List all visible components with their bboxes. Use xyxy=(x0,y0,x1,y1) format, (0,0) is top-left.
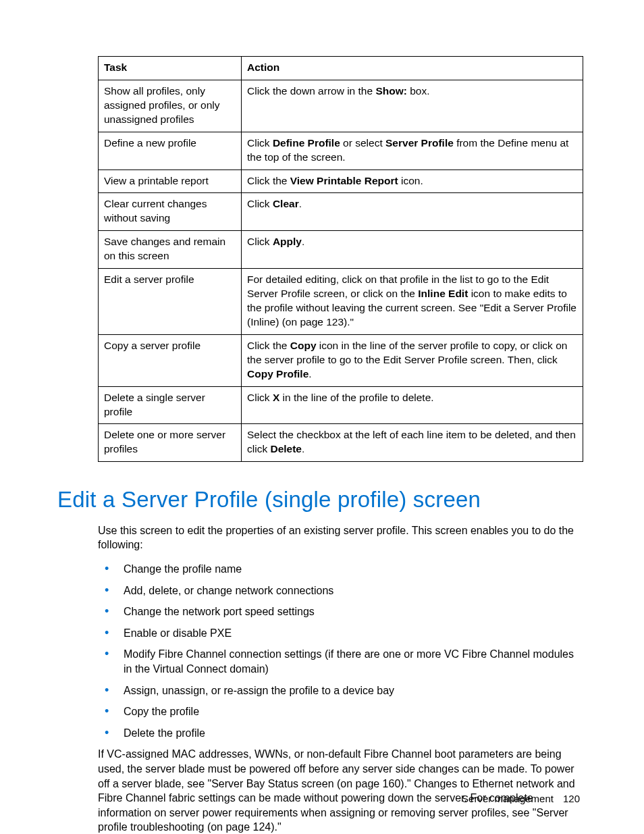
task-cell: Copy a server profile xyxy=(99,334,242,386)
task-action-table: Task Action Show all profiles, only assi… xyxy=(98,56,583,462)
action-cell: Select the checkbox at the left of each … xyxy=(242,424,583,462)
table-row: Copy a server profile Click the Copy ico… xyxy=(99,334,583,386)
task-cell: Edit a server profile xyxy=(99,269,242,335)
task-cell: Delete one or more server profiles xyxy=(99,424,242,462)
table-row: Delete one or more server profiles Selec… xyxy=(99,424,583,462)
action-cell: Click Apply. xyxy=(242,231,583,269)
action-cell: For detailed editing, click on that prof… xyxy=(242,269,583,335)
table-row: Show all profiles, only assigned profile… xyxy=(99,80,583,132)
table-row: Edit a server profile For detailed editi… xyxy=(99,269,583,335)
list-item: Delete the profile xyxy=(98,726,583,741)
list-item: Copy the profile xyxy=(98,704,583,719)
list-item: Enable or disable PXE xyxy=(98,626,583,641)
action-cell: Click the down arrow in the Show: box. xyxy=(242,80,583,132)
action-cell: Click Clear. xyxy=(242,193,583,231)
task-cell: Clear current changes without saving xyxy=(99,193,242,231)
action-cell: Click Define Profile or select Server Pr… xyxy=(242,132,583,170)
task-cell: View a printable report xyxy=(99,170,242,193)
action-cell: Click X in the line of the profile to de… xyxy=(242,386,583,424)
list-item: Add, delete, or change network connectio… xyxy=(98,583,583,598)
task-cell: Save changes and remain on this screen xyxy=(99,231,242,269)
action-cell: Click the Copy icon in the line of the s… xyxy=(242,334,583,386)
task-cell: Delete a single server profile xyxy=(99,386,242,424)
capability-list: Change the profile name Add, delete, or … xyxy=(98,562,583,740)
table-row: Clear current changes without saving Cli… xyxy=(99,193,583,231)
action-cell: Click the View Printable Report icon. xyxy=(242,170,583,193)
table-row: Save changes and remain on this screen C… xyxy=(99,231,583,269)
task-cell: Define a new profile xyxy=(99,132,242,170)
table-row: Define a new profile Click Define Profil… xyxy=(99,132,583,170)
intro-paragraph: Use this screen to edit the properties o… xyxy=(98,523,583,552)
page-footer: Server management120 xyxy=(462,792,580,806)
page: Task Action Show all profiles, only assi… xyxy=(0,0,644,834)
col-header-task: Task xyxy=(99,57,242,80)
list-item: Change the network port speed settings xyxy=(98,604,583,619)
table-header-row: Task Action xyxy=(99,57,583,80)
section-heading: Edit a Server Profile (single profile) s… xyxy=(57,485,580,515)
footer-page-number: 120 xyxy=(563,793,580,804)
list-item: Change the profile name xyxy=(98,562,583,577)
body-content: Use this screen to edit the properties o… xyxy=(98,523,583,834)
task-cell: Show all profiles, only assigned profile… xyxy=(99,80,242,132)
body-paragraph: If VC-assigned MAC addresses, WWNs, or n… xyxy=(98,747,583,834)
list-item: Assign, unassign, or re-assign the profi… xyxy=(98,683,583,698)
col-header-action: Action xyxy=(242,57,583,80)
footer-section: Server management xyxy=(462,793,554,804)
table-row: Delete a single server profile Click X i… xyxy=(99,386,583,424)
table-row: View a printable report Click the View P… xyxy=(99,170,583,193)
list-item: Modify Fibre Channel connection settings… xyxy=(98,647,583,676)
